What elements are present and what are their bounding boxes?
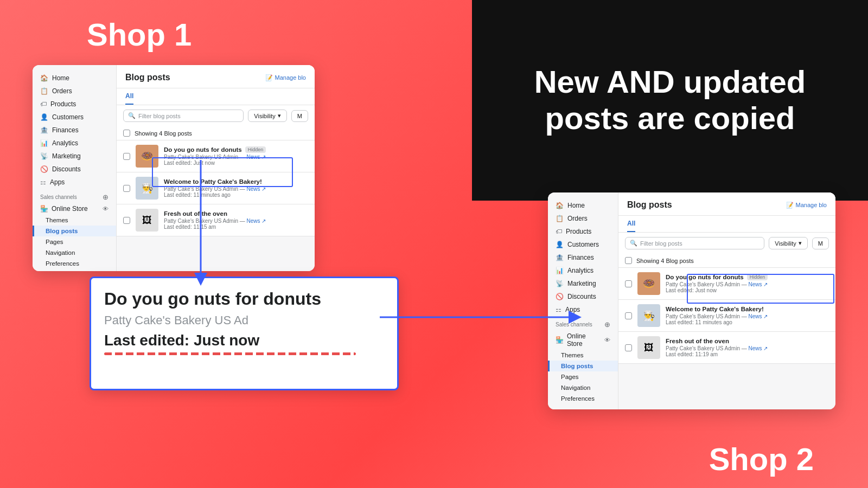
s2-sidebar-marketing[interactable]: 📡 Marketing [548,277,618,290]
store-icon: 🏪 [40,205,48,213]
s2-blog-post-row-2[interactable]: 👨‍🍳 Welcome to Patty Cake's Bakery! Patt… [618,300,835,332]
tab-all[interactable]: All [125,88,133,105]
s2-customers-icon: 👤 [556,241,564,248]
s2-blog-post-row-1[interactable]: 🍩 Do you go nuts for donuts Hidden Patty… [618,268,835,300]
add-channel-icon[interactable]: ⊕ [103,193,108,201]
s2-post1-badge: Hidden [747,274,768,280]
s2-filter-row: 🔍 Filter blog posts Visibility ▾ M [618,233,835,254]
s2-post2-title: Welcome to Patty Cake's Bakery! [666,306,764,312]
marketing-icon: 📡 [40,152,48,160]
post2-checkbox[interactable] [123,185,130,192]
s2-manage-blog-btn[interactable]: 📝 Manage blo [786,202,827,209]
sidebar-sub-pages[interactable]: Pages [33,236,116,247]
filter-row: 🔍 Filter blog posts Visibility ▾ M [117,105,315,126]
shop2-panel: 🏠 Home 📋 Orders 🏷 Products 👤 Customers 🏦… [548,192,835,409]
apps-icon: ⚏ [40,178,46,186]
post3-thumb: 🖼 [136,209,158,232]
s2-sidebar-blogposts[interactable]: Blog posts [548,361,618,371]
post1-thumb: 🍩 [136,145,158,168]
sidebar-item-apps[interactable]: ⚏ Apps [33,176,116,189]
more-btn[interactable]: M [291,110,308,122]
sidebar-item-finances-label: Finances [52,126,79,134]
s2-blog-header: Blog posts 📝 Manage blo [618,192,835,216]
s2-manage-icon: 📝 [786,202,794,209]
post1-checkbox[interactable] [123,153,130,160]
s2-sidebar-products[interactable]: 🏷 Products [548,225,618,238]
zoom-box: Do you go nuts for donuts Patty Cake's B… [90,277,399,390]
shop1-sidebar: 🏠 Home 📋 Orders 🏷 Products 👤 Customers 🏦… [33,65,117,271]
s2-sidebar-themes[interactable]: Themes [548,350,618,361]
s2-tab-all[interactable]: All [627,216,635,232]
s2-post3-news-link[interactable]: News ↗ [749,345,768,351]
sidebar-item-home[interactable]: 🏠 Home [33,72,116,85]
sidebar-item-apps-label: Apps [50,178,65,186]
sidebar-item-marketing[interactable]: 📡 Marketing [33,150,116,163]
s2-add-channel-icon[interactable]: ⊕ [604,320,610,329]
s2-sidebar-home[interactable]: 🏠 Home [548,199,618,212]
s2-post2-news-link[interactable]: News ↗ [749,313,768,319]
s2-sidebar-navigation[interactable]: Navigation [548,382,618,393]
s2-visibility-btn[interactable]: Visibility ▾ [769,237,808,249]
s2-eye-icon[interactable]: 👁 [604,337,610,343]
blog-header: Blog posts 📝 Manage blo [117,65,315,88]
visibility-btn[interactable]: Visibility ▾ [248,110,287,122]
select-all-checkbox[interactable] [123,130,130,137]
sidebar-item-products[interactable]: 🏷 Products [33,98,116,111]
sidebar-item-discounts[interactable]: 🚫 Discounts [33,163,116,176]
tabs-row: All [117,88,315,105]
s2-post1-checkbox[interactable] [625,280,632,287]
sidebar-item-orders[interactable]: 📋 Orders [33,85,116,98]
s2-sidebar-pages[interactable]: Pages [548,371,618,382]
zoom-underline [104,352,356,355]
s2-post3-info: Fresh out of the oven Patty Cake's Baker… [666,338,829,357]
eye-icon[interactable]: 👁 [103,206,108,212]
s2-filter-input[interactable]: 🔍 Filter blog posts [625,237,764,249]
s2-sidebar-analytics[interactable]: 📊 Analytics [548,264,618,277]
s2-post2-checkbox[interactable] [625,312,632,319]
post2-news-link[interactable]: News ↗ [247,186,266,192]
s2-more-btn[interactable]: M [812,237,829,249]
s2-sidebar-finances[interactable]: 🏦 Finances [548,251,618,264]
manage-blog-btn[interactable]: 📝 Manage blo [265,74,307,81]
sidebar-sub-blogposts[interactable]: Blog posts [33,226,116,236]
filter-input[interactable]: 🔍 Filter blog posts [123,110,244,122]
s2-sidebar-customers[interactable]: 👤 Customers [548,238,618,251]
s2-products-icon: 🏷 [556,228,562,235]
black-banner: New AND updated posts are copied [472,0,868,201]
s2-post1-news-link[interactable]: News ↗ [749,281,768,287]
s2-post3-edited: Last edited: 11:19 am [666,351,829,357]
s2-select-all-checkbox[interactable] [625,257,632,264]
s2-post1-info: Do you go nuts for donuts Hidden Patty C… [666,274,829,293]
online-store-label: Online Store [52,205,88,213]
shop1-panel: 🏠 Home 📋 Orders 🏷 Products 👤 Customers 🏦… [33,65,315,271]
s2-post3-checkbox[interactable] [625,344,632,351]
post1-title: Do you go nuts for donuts [164,146,242,153]
blog-title: Blog posts [125,73,170,82]
s2-post2-info: Welcome to Patty Cake's Bakery! Patty Ca… [666,306,829,325]
sidebar-item-analytics[interactable]: 📊 Analytics [33,137,116,150]
sidebar-sub-themes[interactable]: Themes [33,215,116,226]
post3-news-link[interactable]: News ↗ [247,218,266,224]
sidebar-item-finances[interactable]: 🏦 Finances [33,124,116,137]
online-store-row[interactable]: 🏪 Online Store 👁 [33,203,116,215]
s2-post2-edited: Last edited: 11 minutes ago [666,319,829,325]
shop1-title: Shop 1 [87,16,192,53]
s2-finances-icon: 🏦 [556,254,564,261]
post1-badge: Hidden [245,146,266,153]
banner-text: New AND updated posts are copied [534,64,806,136]
post1-news-link[interactable]: News ↗ [247,154,266,160]
sidebar-item-customers[interactable]: 👤 Customers [33,111,116,124]
s2-showing-label: Showing 4 Blog posts [618,254,835,268]
s2-analytics-label: Analytics [567,267,593,274]
s2-post2-meta: Patty Cake's Bakery US Admin — News ↗ [666,313,829,319]
s2-sidebar-preferences[interactable]: Preferences [548,393,618,404]
s2-filter-placeholder: Filter blog posts [640,240,682,247]
sidebar-sub-navigation[interactable]: Navigation [33,247,116,258]
sidebar-item-home-label: Home [52,74,69,82]
s2-blog-post-row-3[interactable]: 🖼 Fresh out of the oven Patty Cake's Bak… [618,332,835,364]
s2-sidebar-orders[interactable]: 📋 Orders [548,212,618,225]
sidebar-sub-preferences[interactable]: Preferences [33,258,116,269]
post3-checkbox[interactable] [123,217,130,224]
sidebar-item-analytics-label: Analytics [52,139,78,147]
sidebar-item-products-label: Products [50,100,76,108]
